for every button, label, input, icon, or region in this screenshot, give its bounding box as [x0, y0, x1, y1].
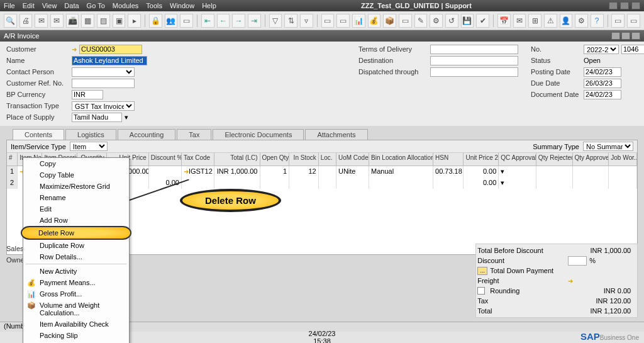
menu-data[interactable]: Data [64, 2, 79, 9]
name-field[interactable] [72, 56, 147, 65]
cell-qr[interactable] [536, 166, 573, 177]
cell-uom[interactable] [336, 177, 369, 189]
trans-journal-icon[interactable]: ▭ [399, 14, 412, 28]
approval-icon[interactable]: ✔ [476, 14, 489, 28]
col-taxcode[interactable]: Tax Code [182, 153, 214, 166]
tab-edocs[interactable]: Electronic Documents [213, 129, 304, 140]
cell-qa[interactable] [573, 166, 609, 177]
tab-logistics[interactable]: Logistics [65, 129, 116, 140]
related-icon[interactable]: ↺ [445, 14, 458, 28]
email-icon[interactable]: ✉ [35, 14, 48, 28]
base-doc-icon[interactable]: ▭ [321, 14, 335, 28]
col-hsn[interactable]: HSN [433, 153, 464, 166]
item-service-type-field[interactable]: Item [70, 142, 108, 151]
tab-tax[interactable]: Tax [177, 129, 211, 140]
doc-maximize-icon[interactable] [621, 32, 630, 40]
trantype-field[interactable]: GST Tax Invoice [72, 101, 135, 111]
col-qtyapproved[interactable]: Qty Approved [573, 153, 609, 166]
col-openqty[interactable]: Open Qty [260, 153, 290, 166]
cell-open[interactable]: 1 [260, 166, 290, 177]
row-num[interactable]: 1 [7, 166, 18, 177]
summary-type-field[interactable]: No Summary [583, 142, 633, 151]
menu-modules[interactable]: Modules [113, 2, 139, 9]
col-qc[interactable]: QC Approval [499, 153, 536, 166]
export-excel-icon[interactable]: ▦ [81, 14, 94, 28]
menu-edit[interactable]: Edit [23, 2, 35, 9]
no-field[interactable] [621, 45, 644, 54]
cell-total[interactable] [214, 177, 260, 189]
find-icon[interactable]: 👥 [165, 14, 178, 28]
preview-icon[interactable]: 🔍 [4, 14, 17, 28]
messages-icon[interactable]: ✉ [513, 14, 526, 28]
cell-total[interactable]: INR 1,000.00 [214, 166, 260, 177]
doc-close-icon[interactable] [631, 32, 640, 40]
link-arrow-icon[interactable]: ➜ [72, 46, 77, 53]
export-word-icon[interactable]: ▤ [97, 14, 110, 28]
col-bin[interactable]: Bin Location Allocation [369, 153, 433, 166]
last-record-icon[interactable]: ⇥ [248, 14, 261, 28]
col-discount[interactable]: Discount % [149, 153, 182, 166]
first-record-icon[interactable]: ⇤ [201, 14, 214, 28]
link-arrow-icon[interactable]: ➜ [184, 168, 189, 175]
filter-icon[interactable]: ▽ [269, 14, 282, 28]
ctx-edit[interactable]: Edit [23, 203, 129, 215]
filter2-icon[interactable]: ▿ [300, 14, 313, 28]
minimize-icon[interactable] [609, 2, 618, 9]
col-rownum[interactable]: # [7, 153, 18, 166]
context-help-icon[interactable]: ▭ [611, 14, 625, 28]
fax-icon[interactable]: 📠 [66, 14, 79, 28]
ctx-duplicate-row[interactable]: Duplicate Row [23, 240, 129, 251]
export-pdf-icon[interactable]: ▣ [113, 14, 126, 28]
branches-icon[interactable]: ⊞ [528, 14, 541, 28]
doc-minimize-icon[interactable] [611, 32, 620, 40]
ctx-packing-slip[interactable]: Packing Slip [23, 330, 129, 341]
pos-dropdown-icon[interactable]: ▾ [125, 113, 128, 121]
ctx-new-activity[interactable]: New Activity [23, 266, 129, 277]
cockpit-icon[interactable]: ▭ [627, 14, 640, 28]
launch-app-icon[interactable]: ▸ [128, 14, 141, 28]
next-record-icon[interactable]: → [232, 14, 245, 28]
ctx-rename[interactable]: Rename [23, 192, 129, 203]
cell-stock[interactable]: 12 [289, 166, 319, 177]
row-num[interactable]: 2 [7, 177, 18, 189]
ctx-copy-table[interactable]: Copy Table [23, 169, 129, 181]
users-icon[interactable]: 👤 [560, 14, 573, 28]
prev-record-icon[interactable]: ← [217, 14, 230, 28]
add-mode-icon[interactable]: ▭ [180, 14, 193, 28]
print-icon[interactable]: 🖨 [19, 14, 33, 28]
col-instock[interactable]: In Stock [289, 153, 319, 166]
cell-up2[interactable]: 0.00 [464, 177, 499, 189]
ctx-volume-weight[interactable]: 📦Volume and Weight Calculation... [23, 300, 129, 318]
ctx-gross-profit[interactable]: 📊Gross Profit... [23, 288, 129, 300]
cell-loc[interactable] [319, 177, 336, 189]
col-unitprice2[interactable]: Unit Price 2 [464, 153, 499, 166]
rounding-checkbox[interactable] [477, 287, 485, 295]
tod-field[interactable] [430, 45, 518, 54]
posting-field[interactable] [584, 67, 621, 77]
dest-field[interactable] [430, 56, 518, 65]
layout-icon[interactable]: ✎ [414, 14, 428, 28]
cell-stock[interactable] [289, 177, 319, 189]
menu-view[interactable]: View [42, 2, 57, 9]
sort-icon[interactable]: ⇅ [284, 14, 297, 28]
cell-hsn[interactable] [433, 177, 464, 189]
downpayment-button[interactable]: ... [477, 267, 487, 275]
cell-jw[interactable] [609, 177, 637, 189]
form-settings-icon[interactable]: ⚙ [430, 14, 443, 28]
cell-qc[interactable]: ▾ [499, 166, 536, 177]
ctx-add-row[interactable]: Add Row [23, 215, 129, 226]
cell-qr[interactable] [536, 177, 573, 189]
cell-hsn[interactable]: 00.73.18 [433, 166, 464, 177]
ctx-item-availability[interactable]: Item Availability Check [23, 318, 129, 330]
menu-window[interactable]: Window [170, 2, 194, 9]
tab-attachments[interactable]: Attachments [305, 129, 367, 140]
contact-field[interactable] [72, 67, 135, 77]
cell-loc[interactable] [319, 166, 336, 177]
col-uom[interactable]: UoM Code [336, 153, 369, 166]
cell-tax[interactable]: ➜IGST12 [182, 166, 214, 177]
cell-qa[interactable] [573, 177, 609, 189]
close-icon[interactable] [631, 2, 640, 9]
custref-field[interactable] [72, 79, 135, 88]
calendar-icon[interactable]: 📅 [497, 14, 511, 28]
sms-icon[interactable]: ✉ [50, 14, 64, 28]
